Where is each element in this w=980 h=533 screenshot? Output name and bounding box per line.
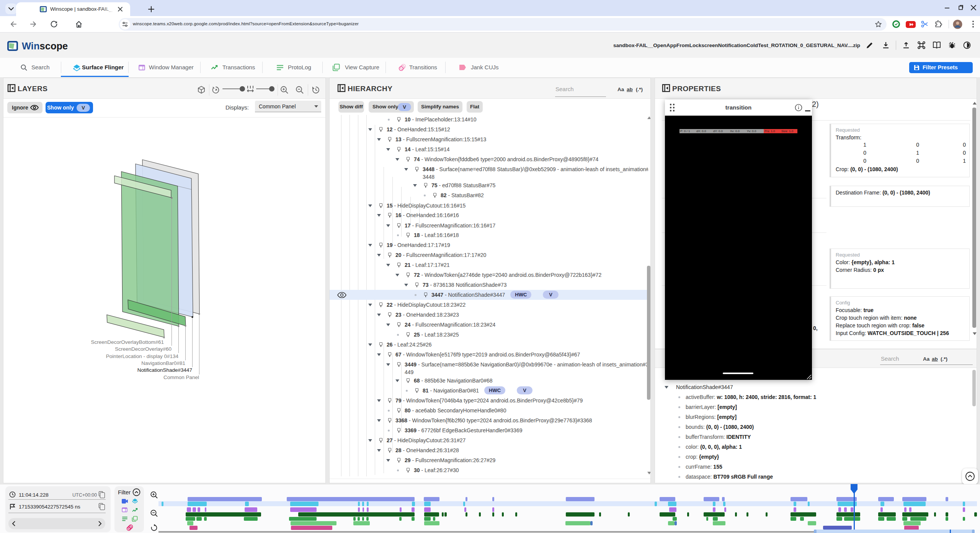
svg-text:NavigationBar0#81: NavigationBar0#81 (141, 360, 185, 366)
svg-text:ScreenDecorOverlay#60: ScreenDecorOverlay#60 (115, 346, 172, 352)
svg-text:Common Panel: Common Panel (163, 374, 199, 380)
svg-text:NotificationShade#3447: NotificationShade#3447 (137, 367, 192, 373)
svg-text:ScreenDecorOverlayBottom#61: ScreenDecorOverlayBottom#61 (91, 339, 164, 345)
svg-text:PointerLocation - display 0#13: PointerLocation - display 0#134 (106, 353, 179, 359)
